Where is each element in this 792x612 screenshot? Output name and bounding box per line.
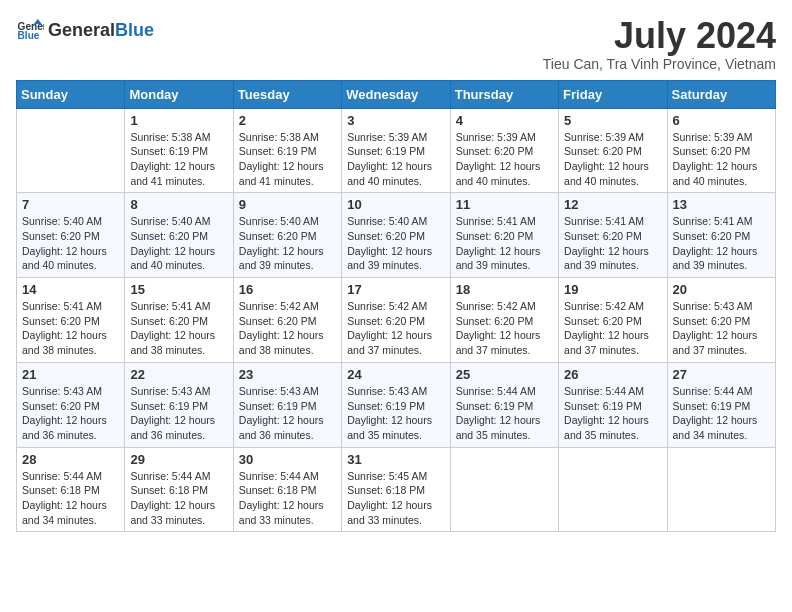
daylight-text: Daylight: 12 hours and 34 minutes.	[22, 499, 107, 526]
sunset-text: Sunset: 6:19 PM	[130, 145, 208, 157]
day-info: Sunrise: 5:39 AMSunset: 6:20 PMDaylight:…	[456, 130, 553, 189]
day-number: 12	[564, 197, 661, 212]
calendar-cell: 25Sunrise: 5:44 AMSunset: 6:19 PMDayligh…	[450, 362, 558, 447]
sunset-text: Sunset: 6:20 PM	[22, 400, 100, 412]
sunrise-text: Sunrise: 5:38 AM	[130, 131, 210, 143]
calendar-cell: 24Sunrise: 5:43 AMSunset: 6:19 PMDayligh…	[342, 362, 450, 447]
calendar-cell	[450, 447, 558, 532]
calendar-cell: 26Sunrise: 5:44 AMSunset: 6:19 PMDayligh…	[559, 362, 667, 447]
calendar-cell: 5Sunrise: 5:39 AMSunset: 6:20 PMDaylight…	[559, 108, 667, 193]
calendar-cell	[559, 447, 667, 532]
subtitle: Tieu Can, Tra Vinh Province, Vietnam	[543, 56, 776, 72]
sunset-text: Sunset: 6:20 PM	[239, 230, 317, 242]
day-info: Sunrise: 5:44 AMSunset: 6:19 PMDaylight:…	[673, 384, 770, 443]
sunset-text: Sunset: 6:20 PM	[130, 230, 208, 242]
sunrise-text: Sunrise: 5:39 AM	[456, 131, 536, 143]
calendar-cell: 9Sunrise: 5:40 AMSunset: 6:20 PMDaylight…	[233, 193, 341, 278]
sunset-text: Sunset: 6:20 PM	[673, 145, 751, 157]
daylight-text: Daylight: 12 hours and 40 minutes.	[347, 160, 432, 187]
svg-text:Blue: Blue	[18, 30, 40, 41]
day-number: 1	[130, 113, 227, 128]
sunrise-text: Sunrise: 5:41 AM	[22, 300, 102, 312]
sunset-text: Sunset: 6:19 PM	[564, 400, 642, 412]
calendar-cell: 1Sunrise: 5:38 AMSunset: 6:19 PMDaylight…	[125, 108, 233, 193]
daylight-text: Daylight: 12 hours and 38 minutes.	[22, 329, 107, 356]
sunset-text: Sunset: 6:18 PM	[239, 484, 317, 496]
sunrise-text: Sunrise: 5:40 AM	[22, 215, 102, 227]
sunset-text: Sunset: 6:19 PM	[347, 145, 425, 157]
day-info: Sunrise: 5:38 AMSunset: 6:19 PMDaylight:…	[130, 130, 227, 189]
sunrise-text: Sunrise: 5:45 AM	[347, 470, 427, 482]
sunset-text: Sunset: 6:20 PM	[347, 315, 425, 327]
calendar-cell: 21Sunrise: 5:43 AMSunset: 6:20 PMDayligh…	[17, 362, 125, 447]
calendar-cell: 3Sunrise: 5:39 AMSunset: 6:19 PMDaylight…	[342, 108, 450, 193]
sunrise-text: Sunrise: 5:41 AM	[564, 215, 644, 227]
main-title: July 2024	[543, 16, 776, 56]
sunset-text: Sunset: 6:18 PM	[347, 484, 425, 496]
daylight-text: Daylight: 12 hours and 37 minutes.	[347, 329, 432, 356]
day-number: 6	[673, 113, 770, 128]
calendar-cell: 31Sunrise: 5:45 AMSunset: 6:18 PMDayligh…	[342, 447, 450, 532]
logo: General Blue GeneralBlue	[16, 16, 154, 44]
day-info: Sunrise: 5:40 AMSunset: 6:20 PMDaylight:…	[239, 214, 336, 273]
sunrise-text: Sunrise: 5:39 AM	[347, 131, 427, 143]
sunrise-text: Sunrise: 5:40 AM	[347, 215, 427, 227]
daylight-text: Daylight: 12 hours and 41 minutes.	[239, 160, 324, 187]
sunrise-text: Sunrise: 5:41 AM	[456, 215, 536, 227]
logo-blue-text: Blue	[115, 20, 154, 41]
day-number: 24	[347, 367, 444, 382]
day-number: 16	[239, 282, 336, 297]
sunrise-text: Sunrise: 5:38 AM	[239, 131, 319, 143]
calendar-cell	[667, 447, 775, 532]
daylight-text: Daylight: 12 hours and 36 minutes.	[130, 414, 215, 441]
header-day-sunday: Sunday	[17, 80, 125, 108]
day-number: 29	[130, 452, 227, 467]
day-number: 19	[564, 282, 661, 297]
sunset-text: Sunset: 6:20 PM	[239, 315, 317, 327]
calendar-cell	[17, 108, 125, 193]
calendar-cell: 6Sunrise: 5:39 AMSunset: 6:20 PMDaylight…	[667, 108, 775, 193]
sunset-text: Sunset: 6:20 PM	[564, 145, 642, 157]
calendar-cell: 19Sunrise: 5:42 AMSunset: 6:20 PMDayligh…	[559, 278, 667, 363]
calendar-cell: 14Sunrise: 5:41 AMSunset: 6:20 PMDayligh…	[17, 278, 125, 363]
sunrise-text: Sunrise: 5:42 AM	[564, 300, 644, 312]
day-number: 26	[564, 367, 661, 382]
daylight-text: Daylight: 12 hours and 40 minutes.	[22, 245, 107, 272]
daylight-text: Daylight: 12 hours and 39 minutes.	[239, 245, 324, 272]
calendar-week-1: 7Sunrise: 5:40 AMSunset: 6:20 PMDaylight…	[17, 193, 776, 278]
sunrise-text: Sunrise: 5:42 AM	[347, 300, 427, 312]
sunrise-text: Sunrise: 5:44 AM	[22, 470, 102, 482]
header-day-tuesday: Tuesday	[233, 80, 341, 108]
calendar-cell: 30Sunrise: 5:44 AMSunset: 6:18 PMDayligh…	[233, 447, 341, 532]
calendar-cell: 29Sunrise: 5:44 AMSunset: 6:18 PMDayligh…	[125, 447, 233, 532]
header-day-friday: Friday	[559, 80, 667, 108]
calendar-cell: 20Sunrise: 5:43 AMSunset: 6:20 PMDayligh…	[667, 278, 775, 363]
calendar-cell: 16Sunrise: 5:42 AMSunset: 6:20 PMDayligh…	[233, 278, 341, 363]
daylight-text: Daylight: 12 hours and 40 minutes.	[456, 160, 541, 187]
calendar-week-0: 1Sunrise: 5:38 AMSunset: 6:19 PMDaylight…	[17, 108, 776, 193]
calendar-cell: 17Sunrise: 5:42 AMSunset: 6:20 PMDayligh…	[342, 278, 450, 363]
day-number: 5	[564, 113, 661, 128]
day-info: Sunrise: 5:44 AMSunset: 6:18 PMDaylight:…	[22, 469, 119, 528]
sunset-text: Sunset: 6:18 PM	[22, 484, 100, 496]
daylight-text: Daylight: 12 hours and 37 minutes.	[456, 329, 541, 356]
day-number: 21	[22, 367, 119, 382]
day-number: 11	[456, 197, 553, 212]
sunrise-text: Sunrise: 5:44 AM	[564, 385, 644, 397]
calendar-cell: 4Sunrise: 5:39 AMSunset: 6:20 PMDaylight…	[450, 108, 558, 193]
daylight-text: Daylight: 12 hours and 36 minutes.	[22, 414, 107, 441]
daylight-text: Daylight: 12 hours and 35 minutes.	[456, 414, 541, 441]
sunrise-text: Sunrise: 5:39 AM	[564, 131, 644, 143]
sunset-text: Sunset: 6:20 PM	[564, 315, 642, 327]
day-info: Sunrise: 5:42 AMSunset: 6:20 PMDaylight:…	[347, 299, 444, 358]
day-info: Sunrise: 5:39 AMSunset: 6:20 PMDaylight:…	[564, 130, 661, 189]
daylight-text: Daylight: 12 hours and 37 minutes.	[564, 329, 649, 356]
day-number: 17	[347, 282, 444, 297]
calendar-cell: 22Sunrise: 5:43 AMSunset: 6:19 PMDayligh…	[125, 362, 233, 447]
day-info: Sunrise: 5:41 AMSunset: 6:20 PMDaylight:…	[564, 214, 661, 273]
sunset-text: Sunset: 6:19 PM	[456, 400, 534, 412]
calendar-cell: 13Sunrise: 5:41 AMSunset: 6:20 PMDayligh…	[667, 193, 775, 278]
day-info: Sunrise: 5:42 AMSunset: 6:20 PMDaylight:…	[564, 299, 661, 358]
daylight-text: Daylight: 12 hours and 39 minutes.	[673, 245, 758, 272]
day-number: 8	[130, 197, 227, 212]
